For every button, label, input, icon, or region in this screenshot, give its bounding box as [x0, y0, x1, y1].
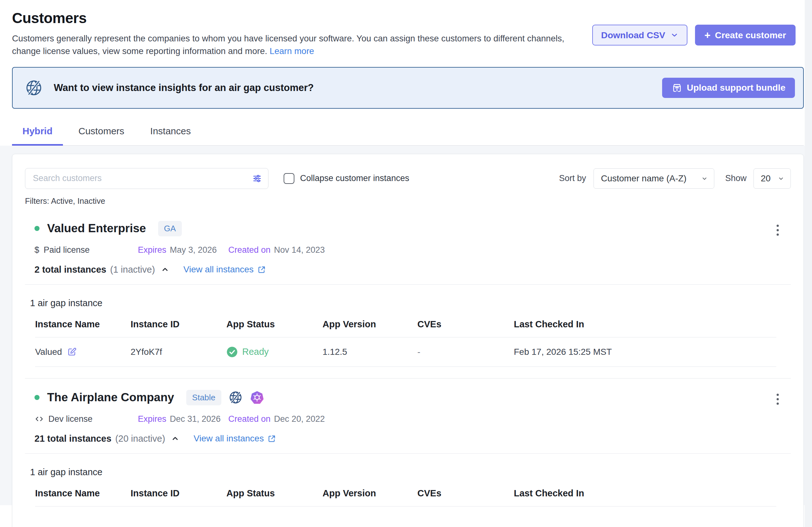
- instances-table: Instance Name Instance ID App Status App…: [35, 488, 776, 507]
- customers-card: Collapse customer instances Sort by Cust…: [12, 154, 804, 527]
- collapse-instances-toggle[interactable]: Collapse customer instances: [284, 173, 409, 184]
- show-count-select[interactable]: 20: [754, 168, 791, 189]
- paid-license-icon: $: [34, 245, 39, 255]
- expires-label: Expires: [138, 414, 166, 424]
- col-instance-id: Instance ID: [131, 488, 227, 499]
- created-info: Created on Dec 20, 2022: [228, 414, 325, 424]
- license-type: $ Paid license: [34, 245, 138, 255]
- chevron-down-icon: [670, 31, 679, 39]
- create-customer-button[interactable]: + Create customer: [695, 25, 796, 45]
- airgap-banner-message: Want to view instance insights for an ai…: [54, 82, 314, 93]
- chevron-down-icon: [701, 175, 708, 182]
- expires-info: Expires May 3, 2026: [138, 245, 228, 255]
- instances-total: 21 total instances: [34, 434, 111, 444]
- tab-instances[interactable]: Instances: [140, 126, 201, 145]
- col-instance-name: Instance Name: [35, 488, 131, 499]
- customer-separator: [25, 378, 791, 378]
- instance-name-cell: Valued: [35, 347, 131, 357]
- download-csv-button[interactable]: Download CSV: [592, 25, 687, 45]
- instances-total: 2 total instances: [34, 265, 106, 275]
- created-on-value: Dec 20, 2022: [274, 414, 325, 424]
- show-label: Show: [725, 174, 746, 183]
- sort-by-select[interactable]: Customer name (A-Z): [594, 168, 714, 189]
- upload-support-bundle-button[interactable]: Upload support bundle: [662, 78, 795, 98]
- customer-header: The Airplane Company Stable: [34, 390, 791, 405]
- download-csv-label: Download CSV: [601, 30, 665, 41]
- scrollbar-track[interactable]: [805, 0, 812, 527]
- page-header: Customers Customers generally represent …: [0, 0, 812, 58]
- upload-support-bundle-label: Upload support bundle: [687, 82, 785, 93]
- airgap-banner: Want to view instance insights for an ai…: [12, 67, 804, 109]
- plus-icon: +: [705, 30, 710, 41]
- sort-by-value: Customer name (A-Z): [601, 174, 686, 184]
- license-type-label: Paid license: [44, 245, 90, 255]
- filter-sliders-icon[interactable]: [252, 174, 262, 184]
- customer-menu-button[interactable]: [774, 391, 781, 407]
- view-all-instances-label: View all instances: [184, 265, 253, 274]
- customer-row-airplane-company: The Airplane Company Stable: [25, 390, 791, 444]
- dev-license-code-icon: [34, 414, 44, 424]
- expires-value: Dec 31, 2026: [170, 414, 221, 424]
- view-all-instances-label: View all instances: [193, 434, 264, 443]
- created-info: Created on Nov 14, 2023: [228, 245, 325, 255]
- external-link-icon: [267, 434, 276, 443]
- created-on-label: Created on: [228, 414, 271, 424]
- license-type-label: Dev license: [48, 414, 93, 424]
- tab-customers[interactable]: Customers: [68, 126, 135, 145]
- customer-meta: $ Paid license Expires May 3, 2026 Creat…: [34, 245, 791, 255]
- col-instance-id: Instance ID: [131, 319, 227, 330]
- instances-table-header: Instance Name Instance ID App Status App…: [35, 488, 776, 507]
- sort-by-label: Sort by: [559, 174, 586, 183]
- app-status-cell: Ready: [227, 346, 322, 358]
- page-title: Customers: [12, 10, 793, 27]
- collapse-chevron-up-icon[interactable]: [171, 434, 179, 443]
- kubernetes-icon: [250, 390, 264, 405]
- header-actions: Download CSV + Create customer: [592, 25, 796, 45]
- create-customer-label: Create customer: [715, 30, 786, 41]
- instances-summary-row: 21 total instances (20 inactive) View al…: [34, 434, 791, 444]
- customer-name[interactable]: The Airplane Company: [47, 391, 174, 404]
- search-input[interactable]: [25, 168, 269, 189]
- created-on-label: Created on: [228, 245, 271, 255]
- instances-summary-row: 2 total instances (1 inactive) View all …: [34, 265, 791, 275]
- created-on-value: Nov 14, 2023: [274, 245, 325, 255]
- instances-table: Instance Name Instance ID App Status App…: [35, 319, 776, 367]
- customer-menu-button[interactable]: [774, 222, 781, 238]
- search-box: [25, 168, 269, 189]
- expires-info: Expires Dec 31, 2026: [138, 414, 228, 424]
- airgap-instance-heading: 1 air gap instance: [30, 467, 791, 477]
- customer-row-valued-enterprise: Valued Enterprise GA $ Paid license Expi…: [25, 221, 791, 275]
- section-divider: [25, 453, 791, 454]
- customer-meta: Dev license Expires Dec 31, 2026 Created…: [34, 414, 791, 424]
- instance-id: 2YfoK7f: [131, 347, 227, 357]
- section-divider: [25, 284, 791, 285]
- col-last-checked-in: Last Checked In: [514, 488, 776, 499]
- expires-value: May 3, 2026: [170, 245, 217, 255]
- tab-hybrid[interactable]: Hybrid: [12, 126, 63, 146]
- show-count-value: 20: [761, 174, 771, 184]
- active-status-dot: [34, 226, 40, 231]
- upload-icon: [672, 82, 682, 93]
- ready-check-icon: [227, 346, 238, 358]
- collapse-instances-checkbox[interactable]: [284, 173, 294, 184]
- collapse-chevron-up-icon[interactable]: [161, 265, 170, 274]
- expires-label: Expires: [138, 245, 166, 255]
- instance-name: Valued: [35, 347, 62, 357]
- collapse-instances-label: Collapse customer instances: [300, 174, 409, 183]
- airgap-instance-heading: 1 air gap instance: [30, 298, 791, 308]
- learn-more-link[interactable]: Learn more: [270, 46, 314, 56]
- active-status-dot: [34, 395, 40, 400]
- col-cves: CVEs: [417, 319, 514, 330]
- view-all-instances-link[interactable]: View all instances: [184, 265, 266, 274]
- customer-name[interactable]: Valued Enterprise: [47, 222, 146, 235]
- edit-icon[interactable]: [67, 347, 77, 357]
- list-toolbar: Collapse customer instances Sort by Cust…: [25, 168, 791, 189]
- instances-inactive-count: (20 inactive): [115, 434, 165, 444]
- app-status: Ready: [242, 347, 269, 357]
- channel-badge: Stable: [186, 390, 222, 405]
- col-instance-name: Instance Name: [35, 319, 131, 330]
- view-tabs: Hybrid Customers Instances: [12, 126, 804, 146]
- view-all-instances-link[interactable]: View all instances: [193, 434, 276, 443]
- instances-inactive-count: (1 inactive): [110, 265, 155, 275]
- airgap-globe-icon: [228, 390, 243, 405]
